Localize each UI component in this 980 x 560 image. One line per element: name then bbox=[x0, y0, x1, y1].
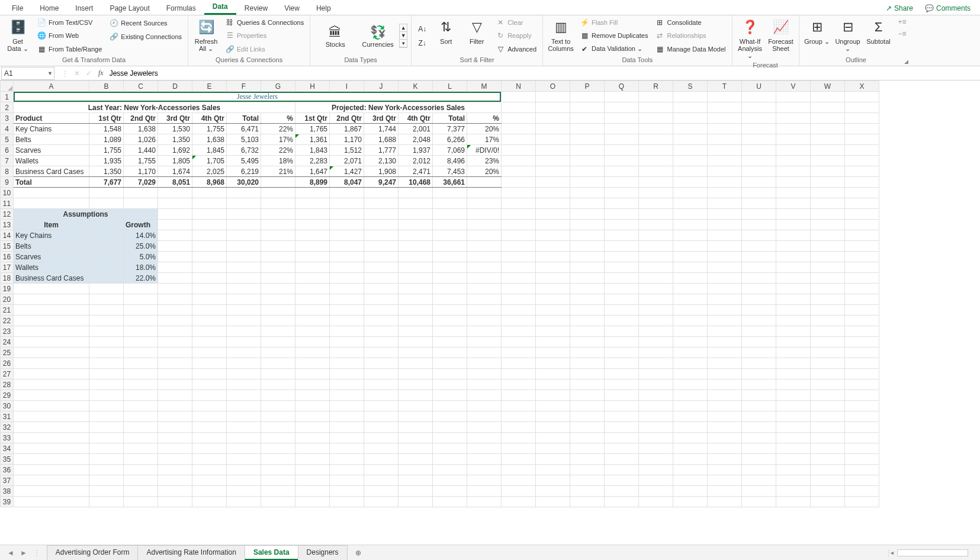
cell-U25[interactable] bbox=[742, 347, 776, 358]
cell-C35[interactable] bbox=[124, 454, 158, 465]
cell-H22[interactable] bbox=[295, 316, 330, 326]
cell-P12[interactable] bbox=[570, 209, 605, 220]
cell-R8[interactable] bbox=[639, 166, 673, 177]
cell-V3[interactable] bbox=[776, 113, 811, 124]
cell-O38[interactable] bbox=[536, 486, 570, 497]
cell-N1[interactable] bbox=[502, 92, 536, 102]
cell-P4[interactable] bbox=[570, 124, 605, 134]
cell-V38[interactable] bbox=[776, 486, 811, 497]
cell-E5[interactable]: 1,638 bbox=[192, 134, 227, 145]
cell-X37[interactable] bbox=[845, 475, 879, 486]
cell-V39[interactable] bbox=[776, 497, 811, 507]
cell-K18[interactable] bbox=[399, 273, 433, 284]
cell-D21[interactable] bbox=[158, 305, 192, 316]
cell-G18[interactable] bbox=[261, 273, 295, 284]
cell-E29[interactable] bbox=[192, 390, 227, 401]
cell-K19[interactable] bbox=[399, 284, 433, 294]
cell-I34[interactable] bbox=[330, 443, 364, 454]
cell-L11[interactable] bbox=[433, 198, 467, 209]
cell-Q37[interactable] bbox=[605, 475, 639, 486]
cell-T36[interactable] bbox=[708, 465, 742, 475]
cell-D29[interactable] bbox=[158, 390, 192, 401]
cell-D8[interactable]: 1,674 bbox=[158, 166, 192, 177]
cell-F23[interactable] bbox=[227, 326, 261, 337]
cell-W18[interactable] bbox=[811, 273, 845, 284]
cell-I28[interactable] bbox=[330, 379, 364, 390]
cell-I25[interactable] bbox=[330, 347, 364, 358]
cell-Q15[interactable] bbox=[605, 241, 639, 252]
cell-J7[interactable]: 2,130 bbox=[364, 156, 399, 166]
cell-J35[interactable] bbox=[364, 454, 399, 465]
cell-S12[interactable] bbox=[673, 209, 708, 220]
cell-V13[interactable] bbox=[776, 220, 811, 230]
cell-V35[interactable] bbox=[776, 454, 811, 465]
cell-T12[interactable] bbox=[708, 209, 742, 220]
cell-A4[interactable]: Key Chains bbox=[14, 124, 89, 134]
cell-J13[interactable] bbox=[364, 220, 399, 230]
cell-E10[interactable] bbox=[192, 188, 227, 198]
cell-T31[interactable] bbox=[708, 411, 742, 422]
cell-P27[interactable] bbox=[570, 369, 605, 379]
cell-D23[interactable] bbox=[158, 326, 192, 337]
add-sheet-button[interactable]: ⊕ bbox=[351, 549, 365, 557]
cell-C32[interactable] bbox=[124, 422, 158, 433]
cell-N8[interactable] bbox=[502, 166, 536, 177]
cell-W30[interactable] bbox=[811, 401, 845, 411]
cell-S24[interactable] bbox=[673, 337, 708, 347]
cell-K28[interactable] bbox=[399, 379, 433, 390]
cell-A1[interactable]: Jesse Jewelers bbox=[14, 92, 502, 102]
cell-E39[interactable] bbox=[192, 497, 227, 507]
cell-S35[interactable] bbox=[673, 454, 708, 465]
cell-I4[interactable]: 1,867 bbox=[330, 124, 364, 134]
expand-icon[interactable]: ▾ bbox=[400, 40, 407, 47]
cell-U2[interactable] bbox=[742, 102, 776, 113]
cell-H33[interactable] bbox=[295, 433, 330, 443]
cell-V9[interactable] bbox=[776, 177, 811, 188]
cell-K38[interactable] bbox=[399, 486, 433, 497]
cell-X18[interactable] bbox=[845, 273, 879, 284]
cell-U26[interactable] bbox=[742, 358, 776, 369]
cell-O35[interactable] bbox=[536, 454, 570, 465]
cell-B9[interactable]: 7,677 bbox=[89, 177, 124, 188]
cell-C14[interactable]: 14.0% bbox=[124, 230, 158, 241]
cell-T7[interactable] bbox=[708, 156, 742, 166]
cell-T29[interactable] bbox=[708, 390, 742, 401]
cell-L27[interactable] bbox=[433, 369, 467, 379]
row-header-16[interactable]: 16 bbox=[1, 252, 14, 262]
cell-W15[interactable] bbox=[811, 241, 845, 252]
cell-K17[interactable] bbox=[399, 262, 433, 273]
cell-L14[interactable] bbox=[433, 230, 467, 241]
cell-W7[interactable] bbox=[811, 156, 845, 166]
cell-L24[interactable] bbox=[433, 337, 467, 347]
cell-L39[interactable] bbox=[433, 497, 467, 507]
cell-S33[interactable] bbox=[673, 433, 708, 443]
cell-N16[interactable] bbox=[502, 252, 536, 262]
col-header-G[interactable]: G bbox=[261, 81, 295, 92]
cell-A14[interactable]: Key Chains bbox=[14, 230, 89, 241]
fx-icon[interactable]: fx bbox=[98, 69, 104, 78]
cell-H4[interactable]: 1,765 bbox=[295, 124, 330, 134]
cell-G24[interactable] bbox=[261, 337, 295, 347]
cell-G28[interactable] bbox=[261, 379, 295, 390]
cell-F30[interactable] bbox=[227, 401, 261, 411]
comments-button[interactable]: 💬Comments bbox=[919, 2, 976, 15]
cell-H12[interactable] bbox=[295, 209, 330, 220]
sheet-tab-sales-data[interactable]: Sales Data bbox=[245, 545, 298, 560]
cell-C13[interactable]: Growth bbox=[124, 220, 158, 230]
cell-F15[interactable] bbox=[227, 241, 261, 252]
cancel-formula-button[interactable]: ✕ bbox=[71, 69, 83, 78]
cell-G22[interactable] bbox=[261, 316, 295, 326]
row-header-35[interactable]: 35 bbox=[1, 454, 14, 465]
cell-H31[interactable] bbox=[295, 411, 330, 422]
cell-D9[interactable]: 8,051 bbox=[158, 177, 192, 188]
cell-P10[interactable] bbox=[570, 188, 605, 198]
cell-H7[interactable]: 2,283 bbox=[295, 156, 330, 166]
cell-I18[interactable] bbox=[330, 273, 364, 284]
cell-K27[interactable] bbox=[399, 369, 433, 379]
cell-J27[interactable] bbox=[364, 369, 399, 379]
cell-D37[interactable] bbox=[158, 475, 192, 486]
cell-C4[interactable]: 1,638 bbox=[124, 124, 158, 134]
cell-E14[interactable] bbox=[192, 230, 227, 241]
cell-M30[interactable] bbox=[467, 401, 502, 411]
cell-Q20[interactable] bbox=[605, 294, 639, 305]
